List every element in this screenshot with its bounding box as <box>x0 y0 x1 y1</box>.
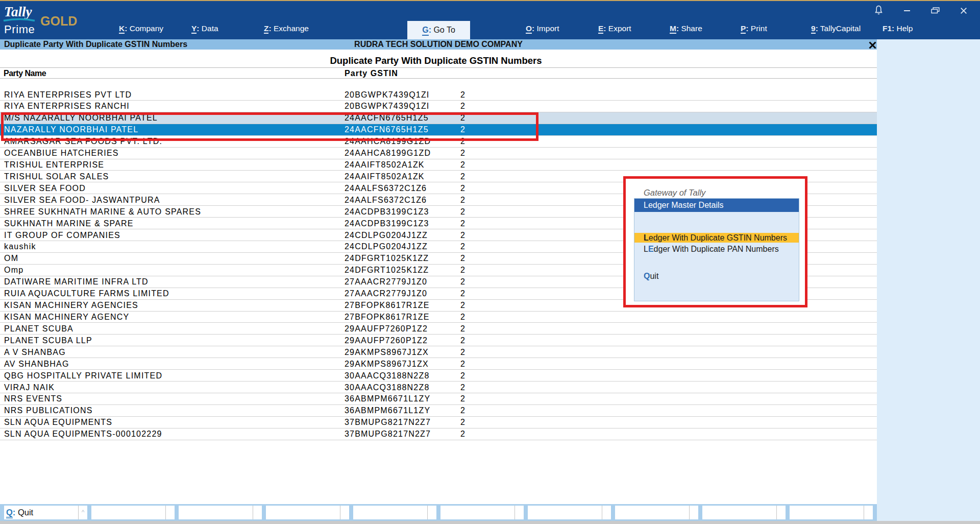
svg-text:Tally: Tally <box>4 4 33 19</box>
svg-text:Prime: Prime <box>4 23 35 36</box>
